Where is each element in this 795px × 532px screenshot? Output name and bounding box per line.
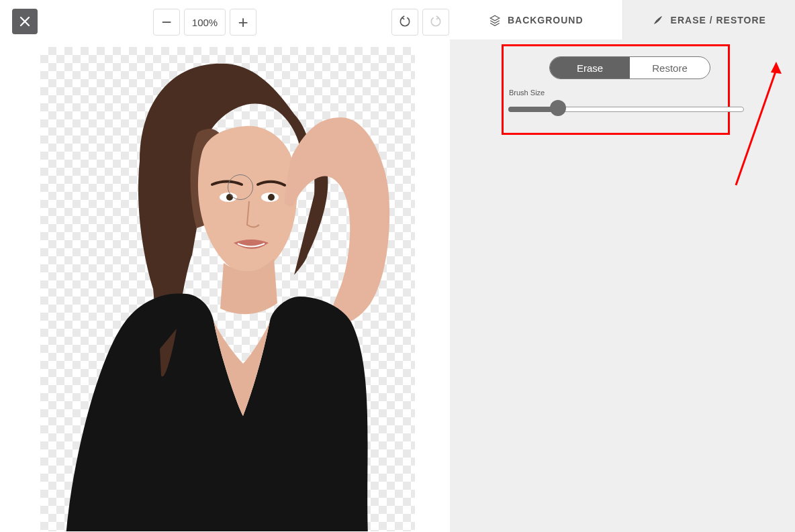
zoom-out-button[interactable]: − [153, 9, 180, 36]
zoom-in-button[interactable]: + [230, 9, 256, 36]
svg-marker-5 [771, 62, 782, 74]
close-icon [19, 15, 31, 28]
redo-button[interactable] [422, 9, 449, 36]
brush-size-label: Brush Size [509, 89, 545, 97]
tab-erase-restore[interactable]: Erase / Restore [622, 0, 796, 40]
subject-image [52, 54, 402, 531]
brush-size-slider[interactable] [508, 103, 744, 113]
layers-icon [489, 14, 501, 26]
toggle-erase[interactable]: Erase [550, 57, 630, 78]
tab-erase-restore-label: Erase / Restore [671, 15, 766, 25]
zoom-input[interactable] [184, 9, 226, 36]
annotation-arrow [728, 60, 788, 188]
close-button[interactable] [12, 9, 38, 34]
slider-thumb[interactable] [550, 100, 566, 116]
canvas-area[interactable] [40, 47, 415, 531]
svg-line-4 [736, 70, 776, 185]
redo-icon [429, 15, 442, 29]
tab-background-label: Background [508, 15, 583, 25]
tab-background[interactable]: Background [450, 0, 622, 40]
svg-point-3 [268, 194, 275, 201]
brush-icon [652, 14, 664, 26]
toggle-restore[interactable]: Restore [630, 57, 710, 78]
brush-cursor [228, 174, 253, 200]
undo-icon [398, 15, 412, 29]
erase-restore-toggle[interactable]: Erase Restore [549, 56, 710, 79]
undo-button[interactable] [391, 9, 418, 36]
